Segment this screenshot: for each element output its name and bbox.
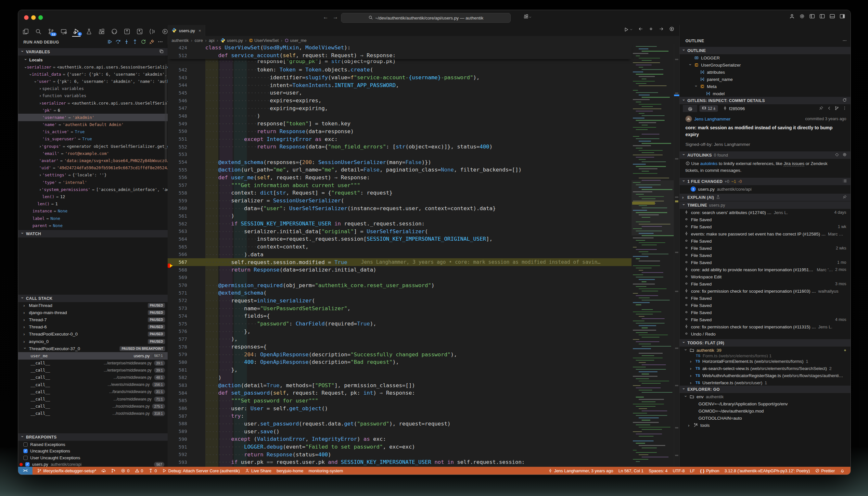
- breadcrumb-item[interactable]: user_me: [284, 38, 307, 43]
- timeline-item[interactable]: core: search users' attributes (#12740) …: [680, 209, 851, 216]
- gitlens-section-header[interactable]: ›GITLENS: INSPECT: COMMIT DETAILS: [680, 96, 851, 104]
- todos-file-row[interactable]: ›TSak-search-select-view.ts (web/src/ele…: [680, 365, 851, 372]
- continue-button[interactable]: [107, 39, 112, 46]
- close-window-button[interactable]: [24, 15, 29, 20]
- code-line[interactable]: 592············return Response(status=40…: [168, 451, 632, 458]
- code-line[interactable]: ················response["group_pk"] = s…: [168, 59, 632, 66]
- code-line[interactable]: 591············LOGGER.debug(event="Faile…: [168, 443, 632, 451]
- commit-sha[interactable]: f285096: [723, 106, 745, 111]
- outline-item-UserGroupSerializer[interactable]: ›UserGroupSerializer: [680, 61, 851, 68]
- navigate-back-button[interactable]: ←: [323, 14, 328, 20]
- timeline-item[interactable]: File Saved: [680, 252, 851, 259]
- timeline-item[interactable]: File Saved: [680, 295, 851, 302]
- code-line[interactable]: 550················return Response(data=…: [168, 128, 632, 136]
- refresh-button[interactable]: [842, 98, 847, 103]
- code-line[interactable]: 552················return Response(data=…: [168, 143, 632, 151]
- variable-row[interactable]: 'is_active'=True: [18, 128, 168, 136]
- debug-run-button[interactable]: [669, 26, 675, 33]
- todos-file-row[interactable]: ›TSHorizontalFormElement.ts (web/src/ele…: [680, 358, 851, 365]
- variable-row[interactable]: 'email'='root@example.com': [18, 150, 168, 157]
- code-line[interactable]: 580············400: OpenApiResponse(desc…: [168, 358, 632, 366]
- timeline-item[interactable]: events: make sure password set event has…: [680, 230, 851, 237]
- back-button[interactable]: [827, 106, 831, 111]
- breakpoints-section-header[interactable]: ›BREAKPOINTS: [18, 433, 168, 441]
- timeline-item[interactable]: File Saved1 mo: [680, 259, 851, 266]
- variables-section-header[interactable]: ›VARIABLES: [18, 48, 168, 56]
- variable-row[interactable]: instance=None: [18, 207, 168, 215]
- breadcrumb-item[interactable]: authentik: [171, 38, 189, 43]
- explain-ai-section-header[interactable]: ›EXPLAIN (AI): [680, 193, 851, 201]
- remote-indicator[interactable]: ><: [18, 467, 32, 475]
- variable-row[interactable]: 'uid'='49d24724dfa590a20fb5961e9c6673cd1…: [18, 164, 168, 171]
- call-stack-thread[interactable]: ›django-main-threadPAUSED: [18, 309, 168, 316]
- call-stack-frame[interactable]: __call__.../enterprise/middleware.py39:1: [18, 360, 168, 367]
- go-env-var[interactable]: GOMOD=~/dev/authentik/go.mod: [680, 407, 851, 415]
- timeline-item[interactable]: Workspace Edit: [680, 273, 851, 280]
- status-bell[interactable]: [840, 468, 844, 473]
- step-forward-button[interactable]: [659, 26, 664, 33]
- go-env-var[interactable]: GOTOOLCHAIN=auto: [680, 415, 851, 422]
- call-stack-thread[interactable]: ›asyncio_0PAUSED: [18, 338, 168, 345]
- timeline-section-header[interactable]: ›TIMELINE users.py: [680, 201, 851, 209]
- step-over-button[interactable]: [115, 39, 121, 46]
- code-line[interactable]: 593········if user.pk == request.user.pk…: [168, 458, 632, 466]
- jira-issues-link[interactable]: Jira issues: [784, 161, 804, 166]
- minimize-window-button[interactable]: [31, 15, 36, 20]
- tab-users-py[interactable]: users.py ×: [168, 25, 205, 36]
- activity-explorer[interactable]: [21, 27, 30, 36]
- status-beryjuio-home[interactable]: beryjuio-home: [277, 468, 304, 473]
- timeline-item[interactable]: File Saved4 mos: [680, 316, 851, 323]
- activity-run-and-debug[interactable]: 1: [72, 26, 80, 37]
- watch-section-header[interactable]: ›WATCH: [18, 230, 168, 237]
- code-line[interactable]: 549················response["token"] = t…: [168, 120, 632, 128]
- variable-row[interactable]: parent=None: [18, 222, 168, 229]
- sticky-code-line[interactable]: 424class UserViewSet(UsedByMixin, ModelV…: [168, 44, 632, 52]
- code-editor[interactable]: ················response["group_pk"] = s…: [168, 44, 632, 467]
- code-line[interactable]: 548················): [168, 112, 632, 120]
- code-line[interactable]: 589············user.save(): [168, 428, 632, 435]
- code-line[interactable]: 569: [168, 274, 632, 282]
- go-env-var[interactable]: GOENV=~/Library/Application Support/go/e…: [680, 400, 851, 407]
- autolinks-link[interactable]: autolinks: [700, 161, 717, 166]
- todos-group-authentik[interactable]: ›authentik39●: [680, 346, 851, 354]
- code-line[interactable]: 543····················identifier=slugif…: [168, 74, 632, 81]
- variable-row[interactable]: ›serializer=<authentik.core.api.users.Se…: [18, 63, 168, 71]
- timeline-item[interactable]: File Saved3 mos: [680, 280, 851, 288]
- timeline-item[interactable]: core: fix permission check for scoped im…: [680, 288, 851, 295]
- variable-row[interactable]: ›'user'={'pk': 6, 'username': 'akadmin',…: [18, 78, 168, 85]
- todos-section-header[interactable]: ›TODOS: FLAT (39): [680, 339, 851, 346]
- call-stack-frame[interactable]: __call__.../events/middleware.py156:1: [18, 381, 168, 388]
- code-line[interactable]: 583····@action(detail=True, methods=["PO…: [168, 381, 632, 389]
- code-line[interactable]: 572········request=inline_serializer(: [168, 297, 632, 305]
- more-actions-button[interactable]: [842, 38, 847, 44]
- code-line[interactable]: 578········responses={: [168, 343, 632, 351]
- variable-row[interactable]: ›'settings'={'locale': ''}: [18, 171, 168, 179]
- step-back-button[interactable]: [638, 26, 643, 33]
- code-line[interactable]: 575················"password": CharField…: [168, 320, 632, 328]
- code-line[interactable]: 577········),: [168, 335, 632, 343]
- activity-github-pull-requests[interactable]: [123, 27, 131, 36]
- status-python[interactable]: { }Python: [700, 468, 719, 473]
- explorer-go-section-header[interactable]: ›EXPLORER: GO: [680, 385, 851, 393]
- code-line[interactable]: 585········"""Set password for user""": [168, 397, 632, 405]
- code-line[interactable]: 558········context: dict[str, Request] =…: [168, 189, 632, 197]
- toggle-panel-button[interactable]: [830, 13, 835, 20]
- variable-row[interactable]: ›special variables: [18, 85, 168, 92]
- customize-layout-button[interactable]: [809, 13, 815, 20]
- todos-file-row[interactable]: ›TSWebAuthnAuthenticatorRegisterStage.ts…: [680, 372, 851, 379]
- code-line[interactable]: 553: [168, 151, 632, 158]
- code-line[interactable]: 570····@permission_required(obj_perm="au…: [168, 281, 632, 289]
- gitlens-changes-badge[interactable]: 12 ±: [699, 105, 718, 112]
- variable-row[interactable]: 'pk'=6: [18, 107, 168, 114]
- profile-layout-button[interactable]: [524, 14, 532, 20]
- code-line[interactable]: 545····················user=user,: [168, 89, 632, 97]
- activity-search[interactable]: [34, 27, 43, 36]
- settings-button[interactable]: [799, 13, 805, 20]
- status-0[interactable]: 0: [121, 468, 129, 473]
- go-env-group[interactable]: ›envauthentik: [680, 393, 851, 400]
- breakpoint-checkbox[interactable]: [25, 462, 30, 466]
- timeline-item[interactable]: File Saved: [680, 216, 851, 223]
- author-link[interactable]: Jens Langhammer: [694, 117, 731, 122]
- disconnect-button[interactable]: [149, 39, 155, 46]
- outline-item-attributes[interactable]: attributes: [680, 68, 851, 76]
